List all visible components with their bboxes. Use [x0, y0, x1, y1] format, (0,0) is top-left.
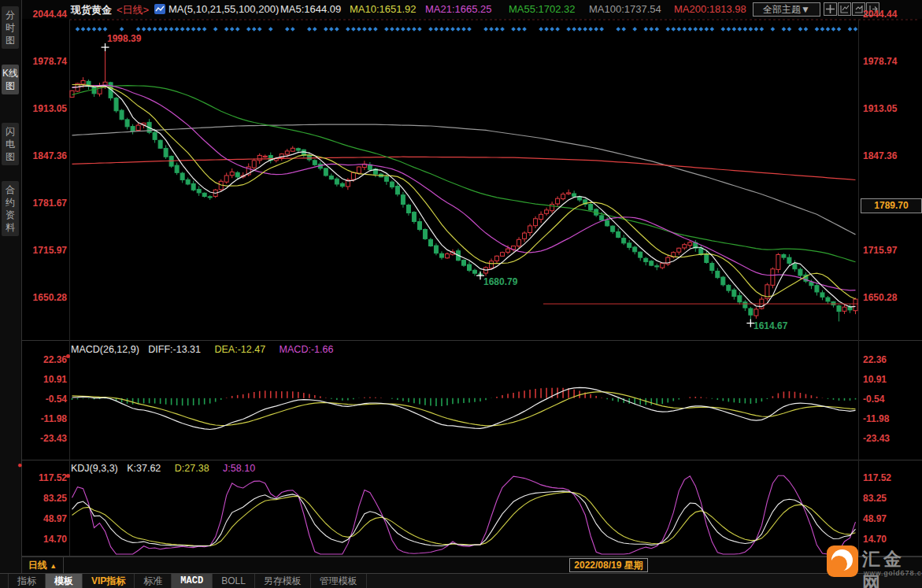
macd-dea-value: DEA:-12.47	[215, 344, 266, 355]
price-tick-left: 1781.67	[22, 198, 67, 209]
time-axis-bar: 日线 ▲ 2022/08/19 星期五	[22, 557, 922, 574]
sidebar-item-contract-info[interactable]: 合约资料	[2, 181, 19, 236]
macd-tick-left: -23.43	[22, 433, 67, 444]
ma100-value: MA100:1737.54	[589, 3, 661, 15]
price-tick-left: 2044.44	[22, 9, 67, 20]
axis-left-icon[interactable]	[838, 2, 851, 16]
macd-diff-value: DIFF:-13.31	[148, 344, 201, 355]
macd-bar-value: MACD:-1.66	[280, 344, 334, 355]
macd-tick-right: -23.43	[863, 433, 920, 444]
macd-title: MACD(26,12,9)	[71, 344, 139, 355]
price-tick-right: 1847.36	[863, 150, 920, 161]
price-tick-right: 1913.05	[863, 103, 920, 114]
kdj-d-value: D:27.38	[175, 463, 209, 474]
kdj-k-value: K:37.62	[127, 463, 161, 474]
macd-tick-left: -0.54	[22, 394, 67, 405]
macd-tick-right: -0.54	[863, 394, 920, 405]
period-arrow-icon: ▲	[50, 562, 57, 570]
macd-header: MACD(26,12,9) DIFF:-13.31 DEA:-12.47 MAC…	[71, 344, 344, 355]
logo-name: 汇金网	[862, 547, 921, 588]
price-tick-left: 1847.36	[22, 150, 67, 161]
macd-tick-right: 10.91	[863, 374, 920, 385]
macd-tick-right: 22.36	[863, 354, 920, 365]
ma10-value: MA10:1651.92	[350, 3, 417, 15]
kdj-header: KDJ(9,3,3) K:37.62 D:27.38 J:58.10	[71, 463, 266, 474]
right-axis-price-highlight: 1789.70	[861, 198, 922, 213]
price-tick-right: 1650.28	[863, 292, 920, 303]
price-tick-right: 1978.74	[863, 56, 920, 67]
selected-date-box: 2022/08/19 星期五	[569, 558, 648, 572]
ma21-value: MA21:1665.25	[425, 3, 492, 15]
macd-panel-marker-icon	[66, 354, 70, 358]
kdj-tick-left: 14.70	[22, 534, 67, 545]
tab-macd[interactable]: MACD	[172, 574, 213, 588]
theme-select-button[interactable]: 全部主题▼	[753, 2, 820, 17]
kdj-title: KDJ(9,3,3)	[71, 463, 118, 474]
kdj-panel-marker-icon	[66, 474, 70, 478]
kdj-tick-left: 117.52	[22, 472, 67, 483]
period-label: 日线	[28, 560, 47, 571]
macd-tick-left: 22.36	[22, 354, 67, 365]
macd-tick-right: -11.98	[863, 413, 920, 424]
app-window: 现货黄金 <日线> MA(5,10,21,55,100,200) MA5:164…	[0, 0, 922, 588]
sidebar-item-kline[interactable]: K线图	[2, 65, 19, 94]
period-tag: <日线>	[117, 3, 149, 17]
site-logo: 汇金网 www.gold678.com	[827, 545, 921, 582]
kdj-tick-right: 83.25	[863, 493, 920, 504]
price-tick-left: 1715.97	[22, 245, 67, 256]
ma200-value: MA200:1813.98	[674, 3, 746, 15]
tab-boll[interactable]: BOLL	[213, 574, 255, 588]
top-bar: 现货黄金 <日线> MA(5,10,21,55,100,200) MA5:164…	[0, 0, 922, 19]
tab-indicators[interactable]: 指标	[8, 574, 46, 588]
macd-tick-left: 10.91	[22, 374, 67, 385]
price-tick-left: 1978.74	[22, 56, 67, 67]
alert-marker-icon: ●	[17, 460, 27, 470]
kline-chart-canvas[interactable]	[0, 0, 922, 588]
symbol-title: 现货黄金	[71, 3, 112, 17]
macd-tick-left: -11.98	[22, 413, 67, 424]
tab-vip-indicators[interactable]: VIP指标	[83, 574, 135, 588]
price-tick-right: 1715.97	[863, 245, 920, 256]
sidebar-item-lightning[interactable]: 闪电图	[2, 123, 19, 165]
logo-icon	[827, 545, 858, 577]
crosshair-icon[interactable]	[824, 2, 837, 16]
price-tick-left: 1650.28	[22, 292, 67, 303]
tab-save-template[interactable]: 另存模板	[255, 574, 311, 588]
kdj-tick-right: 14.70	[863, 534, 920, 545]
september-low-annotation: 1614.67	[754, 320, 787, 331]
ma55-value: MA55:1702.32	[509, 3, 576, 15]
chart-type-sidebar: 分时图 K线图 闪电图 合约资料	[0, 0, 22, 588]
kdj-j-value: J:58.10	[223, 463, 255, 474]
tab-templates[interactable]: 模板	[46, 574, 83, 588]
kdj-tick-right: 48.97	[863, 513, 920, 524]
indicator-tab-bar: 指标 模板 VIP指标 标准 MACD BOLL 另存模板 管理模板	[0, 573, 922, 588]
tab-manage-template[interactable]: 管理模板	[311, 574, 367, 588]
kdj-tick-left: 83.25	[22, 493, 67, 504]
price-tick-left: 1913.05	[22, 103, 67, 114]
peak-price-annotation: 1998.39	[107, 33, 141, 44]
period-selector[interactable]: 日线 ▲	[22, 557, 64, 573]
sidebar-item-timeshare[interactable]: 分时图	[2, 6, 19, 49]
ma-settings-label: MA(5,10,21,55,100,200)	[168, 3, 279, 15]
july-low-annotation: 1680.79	[483, 276, 517, 287]
price-tick-right: 2044.44	[863, 9, 920, 20]
ma5-value: MA5:1644.09	[280, 3, 341, 15]
kdj-tick-right: 117.52	[863, 472, 920, 483]
kdj-tick-left: 48.97	[22, 513, 67, 524]
chart-style-icon[interactable]	[154, 4, 165, 14]
tab-standard[interactable]: 标准	[135, 574, 172, 588]
logo-url: www.gold678.com	[864, 569, 922, 577]
